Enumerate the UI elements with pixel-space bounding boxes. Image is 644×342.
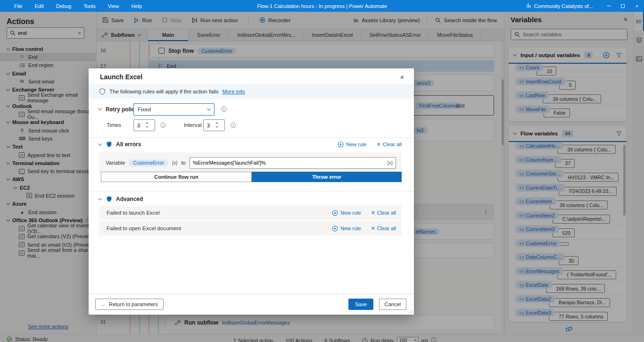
new-rule-label: New rule <box>340 210 361 216</box>
x-icon: × <box>372 209 375 216</box>
stepper-down-icon[interactable] <box>215 125 218 128</box>
titlebar: File Edit Debug Tools View Help Flow-1 C… <box>0 0 644 12</box>
new-rule-button[interactable]: New rule <box>332 209 361 216</box>
fx-icon: {x} <box>172 160 178 166</box>
interval-value[interactable] <box>204 123 215 128</box>
to-label: to <box>181 160 186 166</box>
launch-excel-dialog: Launch Excel × The following rules will … <box>89 68 414 315</box>
advanced-label: Advanced <box>116 196 143 202</box>
error-value-field[interactable]: {x} <box>190 157 396 169</box>
variable-pill[interactable]: CustomeError <box>129 159 168 167</box>
retry-values-row: Times ⓘ Interval ⓘ <box>89 119 414 131</box>
advanced-rule-open: Failed to open Excel document New rule ×… <box>99 221 402 235</box>
shield-icon <box>106 196 112 202</box>
close-button[interactable]: × <box>630 0 644 12</box>
chevron-down-icon[interactable] <box>98 196 102 200</box>
clear-all-label: Clear all <box>377 225 396 231</box>
new-rule-button[interactable]: New rule <box>338 141 366 148</box>
return-to-parameters-button[interactable]: ← Return to parameters <box>95 299 164 310</box>
chevron-down-icon[interactable] <box>98 106 102 110</box>
error-variable-rule: Variable CustomeError {x} to {x} <box>99 152 402 173</box>
all-errors-header: All errors New rule × Clear all <box>89 140 414 149</box>
throw-error-option[interactable]: Throw error <box>252 172 402 182</box>
stepper-down-icon[interactable] <box>146 125 149 128</box>
arrow-left-icon: ← <box>101 301 106 307</box>
dialog-title: Launch Excel <box>100 73 142 81</box>
banner-text: The following rules will apply if the ac… <box>109 89 218 94</box>
divider <box>89 137 414 138</box>
option-label: Continue flow run <box>154 174 198 180</box>
chevron-down-icon <box>207 107 211 110</box>
maximize-icon <box>621 4 625 8</box>
retry-policy-value: Fixed <box>138 107 151 112</box>
new-rule-label: New rule <box>346 142 366 147</box>
cancel-button[interactable]: Cancel <box>379 299 406 310</box>
plus-circle-icon <box>338 142 344 148</box>
times-label: Times <box>107 122 121 128</box>
error-mode-toggle: Continue flow run Throw error <box>101 172 402 182</box>
menu-help[interactable]: Help <box>131 3 142 9</box>
resize-grip[interactable] <box>409 309 413 313</box>
plus-circle-icon <box>332 225 338 232</box>
menu-view[interactable]: View <box>108 3 119 9</box>
shield-icon <box>99 88 106 95</box>
new-rule-button[interactable]: New rule <box>332 225 361 232</box>
minimize-button[interactable] <box>602 0 616 12</box>
interval-label: Interval <box>184 122 202 128</box>
times-input[interactable] <box>133 119 155 131</box>
save-label: Save <box>355 301 367 307</box>
option-label: Throw error <box>312 174 341 180</box>
return-label: Return to parameters <box>109 301 158 307</box>
menubar: File Edit Debug Tools View Help <box>0 3 142 9</box>
clear-all-label: Clear all <box>377 210 396 216</box>
rule-label: Failed to open Excel document <box>107 225 181 231</box>
variable-label: Variable <box>106 160 125 166</box>
error-rules-banner: The following rules will apply if the ac… <box>89 84 414 99</box>
advanced-rule-launch: Failed to launch Excel New rule × Clear … <box>99 206 402 220</box>
more-info-link[interactable]: More info <box>222 89 245 94</box>
rule-label: Failed to launch Excel <box>107 210 160 216</box>
close-icon: × <box>636 3 638 9</box>
save-button[interactable]: Save <box>348 299 373 310</box>
info-icon[interactable]: ⓘ <box>231 122 236 130</box>
x-icon: × <box>377 141 380 148</box>
clear-all-label: Clear all <box>383 142 402 147</box>
plus-circle-icon <box>332 210 338 216</box>
all-errors-label: All errors <box>116 141 141 148</box>
menu-file[interactable]: File <box>14 3 23 9</box>
times-value[interactable] <box>134 123 145 128</box>
app-window: Actions × Flow control ⚐End ⟨☰End region… <box>0 12 644 342</box>
error-value-input[interactable] <box>193 160 387 166</box>
info-icon[interactable]: ⓘ <box>160 122 166 130</box>
advanced-header: Advanced <box>89 195 414 203</box>
maximize-button[interactable] <box>616 0 630 12</box>
menu-tools[interactable]: Tools <box>83 3 96 9</box>
menu-debug[interactable]: Debug <box>56 3 71 9</box>
account-label: Community Catalysts of... <box>534 3 593 9</box>
x-icon: × <box>372 225 375 232</box>
interval-input[interactable] <box>203 119 225 131</box>
shield-icon <box>106 141 112 148</box>
clear-all-button[interactable]: × Clear all <box>372 225 396 232</box>
divider <box>89 191 414 192</box>
info-icon[interactable]: ⓘ <box>221 106 227 114</box>
menu-edit[interactable]: Edit <box>35 3 44 9</box>
dialog-footer: ← Return to parameters Save Cancel <box>89 294 414 315</box>
clear-all-button[interactable]: × Clear all <box>377 141 402 148</box>
retry-policy-row: Retry policy Fixed ⓘ <box>89 103 414 116</box>
chevron-down-icon[interactable] <box>98 142 102 145</box>
clear-all-button[interactable]: × Clear all <box>372 209 396 216</box>
retry-policy-select[interactable]: Fixed <box>133 103 215 116</box>
account-button[interactable]: Community Catalysts of... <box>526 3 593 9</box>
cancel-label: Cancel <box>385 301 401 307</box>
new-rule-label: New rule <box>340 225 361 231</box>
organization-icon <box>526 3 531 8</box>
fx-icon[interactable]: {x} <box>387 160 393 166</box>
continue-flow-run-option[interactable]: Continue flow run <box>101 172 252 182</box>
minimize-icon <box>607 6 611 6</box>
close-icon[interactable]: × <box>397 72 407 82</box>
